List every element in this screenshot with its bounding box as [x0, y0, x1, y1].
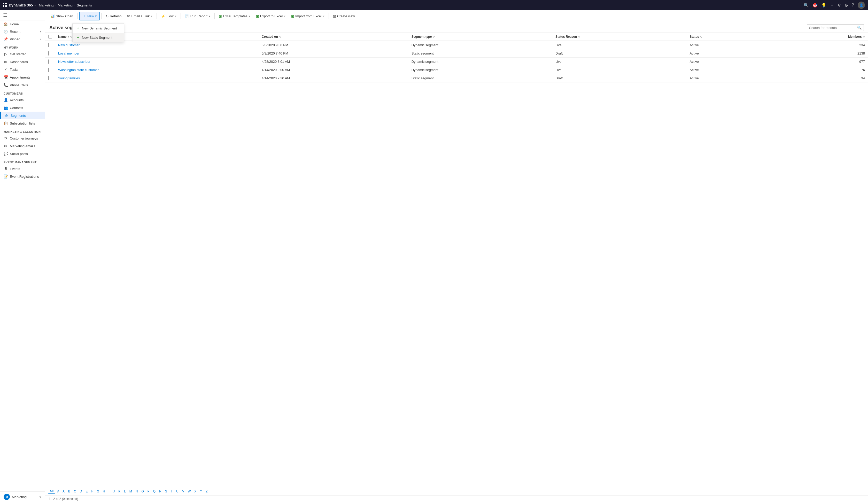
export-to-excel-button[interactable]: ⊞ Export to Excel ▾ [254, 13, 288, 20]
alpha-item-s[interactable]: S [164, 489, 168, 494]
chevron-down-icon[interactable]: ▾ [249, 15, 250, 18]
new-dynamic-segment-item[interactable]: ＋ New Dynamic Segment [73, 23, 124, 33]
row-name-link[interactable]: New customer [58, 43, 80, 47]
sidebar-item-contacts[interactable]: 👥 Contacts [0, 104, 45, 112]
sidebar-item-subscription-lists[interactable]: 📋 Subscription lists [0, 119, 45, 127]
plus-icon[interactable]: ＋ [830, 2, 834, 8]
hamburger-icon[interactable]: ☰ [3, 12, 7, 18]
alpha-item-u[interactable]: U [175, 489, 180, 494]
target-icon[interactable]: 🎯 [813, 3, 818, 8]
sidebar-item-phone-calls[interactable]: 📞 Phone Calls [0, 81, 45, 89]
alpha-item-l[interactable]: L [123, 489, 127, 494]
alpha-item-z[interactable]: Z [204, 489, 209, 494]
alpha-item-h[interactable]: H [102, 489, 106, 494]
alpha-item-v[interactable]: V [181, 489, 185, 494]
alpha-item-g[interactable]: G [96, 489, 101, 494]
row-name-link[interactable]: Washington state customer [58, 68, 99, 72]
settings-icon[interactable]: ⚙ [845, 3, 848, 8]
search-input[interactable] [809, 26, 856, 30]
row-name-link[interactable]: Young families [58, 76, 80, 80]
chevron-down-icon[interactable]: ▾ [151, 15, 152, 18]
sidebar-item-appointments[interactable]: 📅 Appointments [0, 73, 45, 81]
sidebar-item-marketing-emails[interactable]: ✉ Marketing emails [0, 142, 45, 150]
excel-templates-button[interactable]: ⊞ Excel Templates ▾ [216, 13, 253, 20]
alpha-item-a[interactable]: A [61, 489, 66, 494]
breadcrumb-marketing[interactable]: Marketing [39, 3, 53, 7]
chevron-down-icon[interactable]: ▾ [209, 15, 210, 18]
flow-button[interactable]: ⚡ Flow ▾ [158, 13, 179, 20]
run-report-button[interactable]: 📄 Run Report ▾ [183, 13, 213, 20]
filter-members-icon[interactable]: ▽ [863, 35, 865, 39]
select-all-checkbox[interactable] [48, 35, 52, 39]
chevron-down-icon[interactable]: ▾ [323, 15, 324, 18]
sidebar-item-get-started[interactable]: ▷ Get started [0, 50, 45, 58]
create-view-button[interactable]: ⊡ Create view [330, 13, 358, 20]
alpha-item-k[interactable]: K [117, 489, 122, 494]
filter-status-reason-icon[interactable]: ▽ [578, 35, 580, 39]
import-from-excel-button[interactable]: ⊞ Import from Excel ▾ [289, 13, 327, 20]
row-name-link[interactable]: Newsletter subscriber [58, 60, 90, 63]
sidebar-pinned[interactable]: 📌 Pinned ▾ [0, 35, 45, 43]
alpha-item-r[interactable]: R [158, 489, 163, 494]
alpha-item-x[interactable]: X [193, 489, 198, 494]
show-chart-button[interactable]: 📊 Show Chart [48, 13, 76, 20]
new-button[interactable]: ＋ New ▾ [79, 12, 100, 20]
sidebar-item-dashboards[interactable]: ⊞ Dashboards [0, 58, 45, 65]
row-checkbox[interactable] [48, 51, 49, 55]
alpha-item-y[interactable]: Y [199, 489, 203, 494]
alpha-item-f[interactable]: F [90, 489, 94, 494]
alpha-item-w[interactable]: W [187, 489, 192, 494]
sidebar-item-customer-journeys[interactable]: ↻ Customer journeys [0, 134, 45, 142]
sidebar-item-events[interactable]: 🗓 Events [0, 165, 45, 173]
breadcrumb-marketing2[interactable]: Marketing [58, 3, 73, 7]
alpha-item-q[interactable]: Q [152, 489, 157, 494]
new-static-segment-item[interactable]: ＋ New Static Segment [73, 33, 124, 42]
filter-status-icon[interactable]: ▽ [700, 35, 702, 39]
row-name-link[interactable]: Loyal member [58, 51, 79, 55]
alpha-item-n[interactable]: N [134, 489, 139, 494]
app-logo[interactable]: Dynamics 365 ▾ [3, 3, 36, 7]
alpha-item-d[interactable]: D [79, 489, 83, 494]
filter-created-icon[interactable]: ▽ [279, 35, 281, 39]
chevron-down-icon[interactable]: ▾ [175, 15, 176, 18]
refresh-button[interactable]: ↻ Refresh [103, 13, 124, 20]
alpha-item-e[interactable]: E [84, 489, 89, 494]
alpha-item-m[interactable]: M [128, 489, 133, 494]
row-checkbox[interactable] [48, 59, 49, 64]
row-checkbox[interactable] [48, 43, 49, 47]
filter-icon[interactable]: ⚲ [838, 3, 841, 8]
sidebar-item-event-registrations[interactable]: 📝 Event Registrations [0, 173, 45, 180]
sidebar-recent[interactable]: 🕐 Recent ▾ [0, 28, 45, 35]
breadcrumb-segments[interactable]: Segments [77, 3, 92, 7]
chevron-down-icon[interactable]: ▾ [95, 14, 97, 18]
alpha-item-b[interactable]: B [67, 489, 72, 494]
user-avatar[interactable]: 👤 [858, 1, 865, 9]
chevron-down-icon[interactable]: ▾ [34, 4, 36, 7]
sidebar-item-tasks[interactable]: ✓ Tasks [0, 65, 45, 73]
waffle-icon[interactable] [3, 3, 7, 7]
sidebar-home[interactable]: 🏠 Home [0, 20, 45, 28]
bulb-icon[interactable]: 💡 [821, 3, 826, 8]
sort-asc-icon[interactable]: ↑ [68, 35, 69, 38]
sidebar-item-social-posts[interactable]: 💬 Social posts [0, 150, 45, 157]
alpha-item-t[interactable]: T [169, 489, 174, 494]
alpha-item-c[interactable]: C [73, 489, 78, 494]
alpha-item-p[interactable]: P [146, 489, 151, 494]
chevron-down-icon[interactable]: ▾ [284, 15, 286, 18]
filter-type-icon[interactable]: ▽ [433, 35, 435, 39]
alpha-item-all[interactable]: All [48, 489, 55, 494]
row-checkbox[interactable] [48, 76, 49, 80]
alpha-item-#[interactable]: # [56, 489, 60, 494]
search-box[interactable]: 🔍 [807, 24, 864, 31]
alpha-item-i[interactable]: I [107, 489, 111, 494]
alpha-item-o[interactable]: O [140, 489, 145, 494]
alpha-item-j[interactable]: J [112, 489, 116, 494]
help-icon[interactable]: ? [852, 3, 854, 8]
search-icon[interactable]: 🔍 [804, 3, 809, 8]
filter-name-icon[interactable]: ▽ [70, 35, 72, 39]
sidebar-item-segments[interactable]: ⊙ Segments [0, 112, 45, 119]
row-checkbox[interactable] [48, 68, 49, 72]
email-link-button[interactable]: ✉ Email a Link ▾ [125, 13, 155, 20]
sidebar-item-accounts[interactable]: 👤 Accounts [0, 96, 45, 104]
sidebar-bottom-user[interactable]: M Marketing ⇅ [0, 491, 45, 502]
